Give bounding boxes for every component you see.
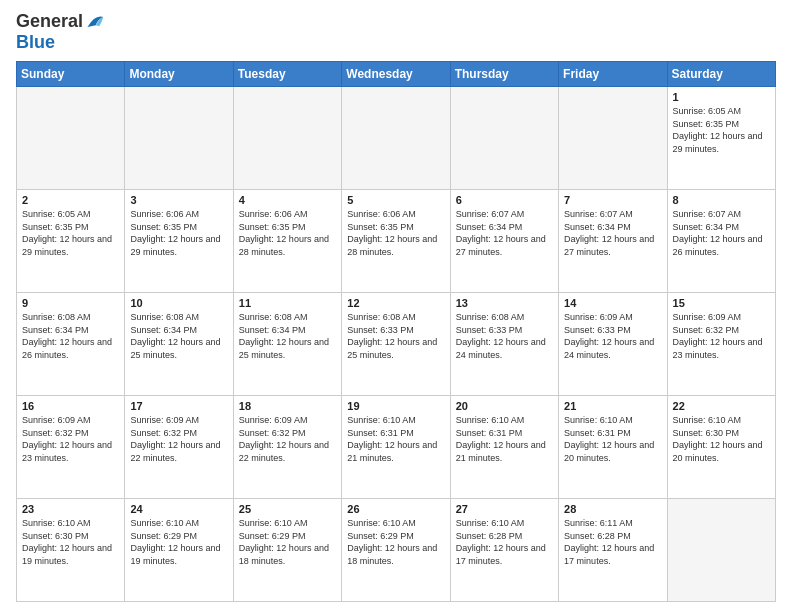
calendar-cell: 21Sunrise: 6:10 AM Sunset: 6:31 PM Dayli… [559, 396, 667, 499]
day-number: 11 [239, 297, 336, 309]
day-info: Sunrise: 6:10 AM Sunset: 6:30 PM Dayligh… [673, 414, 770, 464]
day-info: Sunrise: 6:09 AM Sunset: 6:33 PM Dayligh… [564, 311, 661, 361]
calendar-cell: 15Sunrise: 6:09 AM Sunset: 6:32 PM Dayli… [667, 293, 775, 396]
calendar-cell: 2Sunrise: 6:05 AM Sunset: 6:35 PM Daylig… [17, 190, 125, 293]
day-info: Sunrise: 6:05 AM Sunset: 6:35 PM Dayligh… [22, 208, 119, 258]
calendar-cell: 16Sunrise: 6:09 AM Sunset: 6:32 PM Dayli… [17, 396, 125, 499]
day-number: 5 [347, 194, 444, 206]
calendar-week-row: 23Sunrise: 6:10 AM Sunset: 6:30 PM Dayli… [17, 499, 776, 602]
calendar-cell: 26Sunrise: 6:10 AM Sunset: 6:29 PM Dayli… [342, 499, 450, 602]
day-number: 6 [456, 194, 553, 206]
day-info: Sunrise: 6:11 AM Sunset: 6:28 PM Dayligh… [564, 517, 661, 567]
day-info: Sunrise: 6:08 AM Sunset: 6:33 PM Dayligh… [347, 311, 444, 361]
calendar-cell: 8Sunrise: 6:07 AM Sunset: 6:34 PM Daylig… [667, 190, 775, 293]
calendar-cell: 5Sunrise: 6:06 AM Sunset: 6:35 PM Daylig… [342, 190, 450, 293]
day-number: 1 [673, 91, 770, 103]
day-info: Sunrise: 6:10 AM Sunset: 6:29 PM Dayligh… [347, 517, 444, 567]
day-info: Sunrise: 6:05 AM Sunset: 6:35 PM Dayligh… [673, 105, 770, 155]
calendar-week-row: 16Sunrise: 6:09 AM Sunset: 6:32 PM Dayli… [17, 396, 776, 499]
day-info: Sunrise: 6:10 AM Sunset: 6:31 PM Dayligh… [564, 414, 661, 464]
day-number: 21 [564, 400, 661, 412]
day-number: 27 [456, 503, 553, 515]
day-number: 2 [22, 194, 119, 206]
day-info: Sunrise: 6:09 AM Sunset: 6:32 PM Dayligh… [673, 311, 770, 361]
calendar-cell: 7Sunrise: 6:07 AM Sunset: 6:34 PM Daylig… [559, 190, 667, 293]
day-number: 7 [564, 194, 661, 206]
day-number: 19 [347, 400, 444, 412]
day-number: 23 [22, 503, 119, 515]
calendar-cell: 28Sunrise: 6:11 AM Sunset: 6:28 PM Dayli… [559, 499, 667, 602]
logo-general-text: General [16, 12, 83, 32]
calendar-cell [17, 87, 125, 190]
day-number: 4 [239, 194, 336, 206]
day-info: Sunrise: 6:10 AM Sunset: 6:28 PM Dayligh… [456, 517, 553, 567]
day-number: 16 [22, 400, 119, 412]
calendar-cell [342, 87, 450, 190]
day-number: 15 [673, 297, 770, 309]
logo-area: General Blue [16, 12, 107, 53]
calendar-cell: 25Sunrise: 6:10 AM Sunset: 6:29 PM Dayli… [233, 499, 341, 602]
day-info: Sunrise: 6:07 AM Sunset: 6:34 PM Dayligh… [456, 208, 553, 258]
calendar-cell: 20Sunrise: 6:10 AM Sunset: 6:31 PM Dayli… [450, 396, 558, 499]
calendar-cell: 24Sunrise: 6:10 AM Sunset: 6:29 PM Dayli… [125, 499, 233, 602]
calendar-cell: 4Sunrise: 6:06 AM Sunset: 6:35 PM Daylig… [233, 190, 341, 293]
day-info: Sunrise: 6:10 AM Sunset: 6:30 PM Dayligh… [22, 517, 119, 567]
col-tuesday: Tuesday [233, 62, 341, 87]
day-info: Sunrise: 6:08 AM Sunset: 6:34 PM Dayligh… [239, 311, 336, 361]
calendar-cell: 23Sunrise: 6:10 AM Sunset: 6:30 PM Dayli… [17, 499, 125, 602]
day-info: Sunrise: 6:09 AM Sunset: 6:32 PM Dayligh… [239, 414, 336, 464]
col-monday: Monday [125, 62, 233, 87]
header: General Blue [16, 12, 776, 53]
day-info: Sunrise: 6:06 AM Sunset: 6:35 PM Dayligh… [239, 208, 336, 258]
calendar-cell [667, 499, 775, 602]
calendar-cell: 22Sunrise: 6:10 AM Sunset: 6:30 PM Dayli… [667, 396, 775, 499]
day-number: 18 [239, 400, 336, 412]
day-info: Sunrise: 6:10 AM Sunset: 6:29 PM Dayligh… [130, 517, 227, 567]
calendar-cell [559, 87, 667, 190]
calendar-cell: 12Sunrise: 6:08 AM Sunset: 6:33 PM Dayli… [342, 293, 450, 396]
calendar-cell: 19Sunrise: 6:10 AM Sunset: 6:31 PM Dayli… [342, 396, 450, 499]
col-saturday: Saturday [667, 62, 775, 87]
day-number: 3 [130, 194, 227, 206]
calendar-cell: 3Sunrise: 6:06 AM Sunset: 6:35 PM Daylig… [125, 190, 233, 293]
day-number: 25 [239, 503, 336, 515]
calendar-cell [450, 87, 558, 190]
calendar-header-row: Sunday Monday Tuesday Wednesday Thursday… [17, 62, 776, 87]
day-info: Sunrise: 6:08 AM Sunset: 6:34 PM Dayligh… [130, 311, 227, 361]
day-number: 26 [347, 503, 444, 515]
day-info: Sunrise: 6:09 AM Sunset: 6:32 PM Dayligh… [22, 414, 119, 464]
day-number: 9 [22, 297, 119, 309]
day-number: 14 [564, 297, 661, 309]
day-number: 12 [347, 297, 444, 309]
day-info: Sunrise: 6:06 AM Sunset: 6:35 PM Dayligh… [347, 208, 444, 258]
day-info: Sunrise: 6:08 AM Sunset: 6:34 PM Dayligh… [22, 311, 119, 361]
day-info: Sunrise: 6:07 AM Sunset: 6:34 PM Dayligh… [564, 208, 661, 258]
day-number: 20 [456, 400, 553, 412]
day-info: Sunrise: 6:10 AM Sunset: 6:31 PM Dayligh… [347, 414, 444, 464]
calendar-cell: 6Sunrise: 6:07 AM Sunset: 6:34 PM Daylig… [450, 190, 558, 293]
day-number: 22 [673, 400, 770, 412]
calendar-cell: 1Sunrise: 6:05 AM Sunset: 6:35 PM Daylig… [667, 87, 775, 190]
day-info: Sunrise: 6:10 AM Sunset: 6:31 PM Dayligh… [456, 414, 553, 464]
calendar-week-row: 9Sunrise: 6:08 AM Sunset: 6:34 PM Daylig… [17, 293, 776, 396]
calendar-cell: 9Sunrise: 6:08 AM Sunset: 6:34 PM Daylig… [17, 293, 125, 396]
calendar-cell: 13Sunrise: 6:08 AM Sunset: 6:33 PM Dayli… [450, 293, 558, 396]
day-number: 28 [564, 503, 661, 515]
day-number: 17 [130, 400, 227, 412]
calendar-week-row: 1Sunrise: 6:05 AM Sunset: 6:35 PM Daylig… [17, 87, 776, 190]
day-number: 10 [130, 297, 227, 309]
calendar-cell [125, 87, 233, 190]
day-info: Sunrise: 6:07 AM Sunset: 6:34 PM Dayligh… [673, 208, 770, 258]
day-info: Sunrise: 6:08 AM Sunset: 6:33 PM Dayligh… [456, 311, 553, 361]
calendar-cell: 27Sunrise: 6:10 AM Sunset: 6:28 PM Dayli… [450, 499, 558, 602]
col-friday: Friday [559, 62, 667, 87]
day-info: Sunrise: 6:09 AM Sunset: 6:32 PM Dayligh… [130, 414, 227, 464]
calendar-cell [233, 87, 341, 190]
page: General Blue Sunday Monday Tuesday Wedne… [0, 0, 792, 612]
day-info: Sunrise: 6:06 AM Sunset: 6:35 PM Dayligh… [130, 208, 227, 258]
day-info: Sunrise: 6:10 AM Sunset: 6:29 PM Dayligh… [239, 517, 336, 567]
day-number: 24 [130, 503, 227, 515]
col-sunday: Sunday [17, 62, 125, 87]
logo-bird-icon [85, 12, 105, 32]
calendar-cell: 11Sunrise: 6:08 AM Sunset: 6:34 PM Dayli… [233, 293, 341, 396]
